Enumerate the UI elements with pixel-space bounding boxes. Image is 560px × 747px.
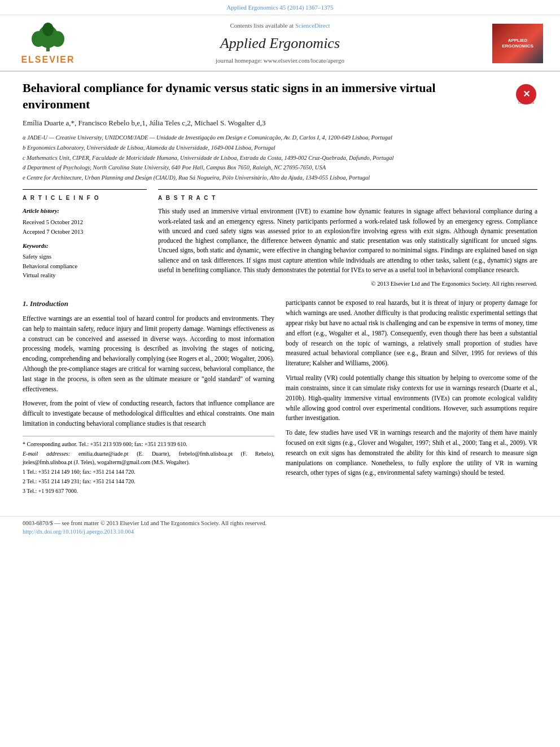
- abstract-heading: A B S T R A C T: [158, 194, 537, 203]
- keyword-2: Behavioral compliance: [23, 262, 147, 270]
- affiliation-d: d Department of Psychology, North Caroli…: [23, 163, 537, 172]
- footnote-corresponding: * Corresponding author. Tel.: +351 213 9…: [23, 440, 274, 448]
- citation-text: Applied Ergonomics 45 (2014) 1367–1375: [226, 4, 333, 11]
- article-title-section: Behavioral compliance for dynamic versus…: [23, 80, 537, 112]
- history-label: Article history:: [23, 207, 147, 215]
- body-para-4: Virtual reality (VR) could potentially c…: [286, 373, 537, 423]
- affiliation-c: c Mathematics Unit, CIPER, Faculdade de …: [23, 154, 537, 163]
- affiliations: a JADE-U — Creative University, UNIDCOM/…: [23, 133, 537, 182]
- svg-text:CrossMark: CrossMark: [518, 101, 535, 104]
- article-info-heading: A R T I C L E I N F O: [23, 194, 147, 203]
- affiliation-a: a JADE-U — Creative University, UNIDCOM/…: [23, 133, 537, 142]
- body-para-2: However, from the point of view of condu…: [23, 399, 274, 429]
- abstract-text: This study used an immersive virtual env…: [158, 207, 537, 275]
- elsevier-logo-area: ELSEVIER: [17, 21, 79, 66]
- body-section: 1. Introduction Effective warnings are a…: [23, 298, 537, 496]
- keywords-label: Keywords:: [23, 242, 147, 250]
- section-number: 1.: [23, 299, 28, 308]
- article-title: Behavioral compliance for dynamic versus…: [23, 80, 515, 112]
- received-date: Received 5 October 2012: [23, 218, 147, 226]
- elsevier-text: ELSEVIER: [21, 53, 75, 66]
- svg-point-3: [51, 31, 64, 47]
- body-col-left: 1. Introduction Effective warnings are a…: [23, 298, 274, 496]
- footnote-2: 2 Tel.: +351 214 149 231; fax: +351 214 …: [23, 477, 274, 486]
- svg-text:✕: ✕: [523, 89, 530, 99]
- email-label: E-mail addresses:: [23, 451, 70, 457]
- body-two-col: 1. Introduction Effective warnings are a…: [23, 298, 537, 496]
- body-para-5: To date, few studies have used VR in war…: [286, 428, 537, 478]
- body-col-right: participants cannot be exposed to real h…: [286, 298, 537, 496]
- keyword-1: Safety signs: [23, 252, 147, 261]
- journal-logo-text: APPLIEDERGONOMICS: [502, 38, 533, 50]
- doi-line: http://dx.doi.org/10.1016/j.apergo.2013.…: [23, 527, 537, 536]
- svg-point-4: [42, 23, 54, 36]
- body-para-3: participants cannot be exposed to real h…: [286, 298, 537, 369]
- crossmark-badge: ✕ CrossMark: [515, 83, 537, 106]
- footnote-1: 1 Tel.: +351 214 149 160; fax: +351 214 …: [23, 468, 274, 476]
- doi-link[interactable]: http://dx.doi.org/10.1016/j.apergo.2013.…: [23, 528, 134, 535]
- authors-text: Emília Duarte a,*, Francisco Rebelo b,e,…: [23, 119, 265, 127]
- footnotes-area: * Corresponding author. Tel.: +351 213 9…: [23, 436, 274, 495]
- section1-heading: 1. Introduction: [23, 298, 274, 309]
- footnote-emails: E-mail addresses: emilia.duarte@iade.pt …: [23, 449, 274, 466]
- affiliation-b: b Ergonomics Laboratory, Universidade de…: [23, 143, 537, 152]
- affiliation-e: e Centre for Architecture, Urban Plannin…: [23, 173, 537, 182]
- issn-line: 0003-6870/$ — see front matter © 2013 El…: [23, 519, 537, 527]
- section-title: Introduction: [30, 299, 68, 308]
- sciencedirect-line: Contents lists available at ScienceDirec…: [79, 21, 481, 30]
- elsevier-logo: ELSEVIER: [17, 21, 79, 66]
- article-info-abstract-section: A R T I C L E I N F O Article history: R…: [23, 189, 537, 288]
- abstract-col: A B S T R A C T This study used an immer…: [158, 189, 537, 288]
- elsevier-tree-icon: [23, 21, 73, 52]
- journal-citation: Applied Ergonomics 45 (2014) 1367–1375: [0, 0, 560, 15]
- journal-logo-area: APPLIEDERGONOMICS: [481, 24, 543, 63]
- journal-logo-box: APPLIEDERGONOMICS: [492, 24, 543, 63]
- article-info-col: A R T I C L E I N F O Article history: R…: [23, 189, 147, 288]
- sciencedirect-link[interactable]: ScienceDirect: [295, 22, 330, 29]
- main-content: Behavioral compliance for dynamic versus…: [0, 72, 560, 508]
- journal-title-area: Contents lists available at ScienceDirec…: [79, 21, 481, 65]
- accepted-date: Accepted 7 October 2013: [23, 228, 147, 236]
- authors-line: Emília Duarte a,*, Francisco Rebelo b,e,…: [23, 118, 537, 129]
- journal-title: Applied Ergonomics: [79, 33, 481, 54]
- body-para-1: Effective warnings are an essential tool…: [23, 314, 274, 395]
- footnote-3: 3 Tel.: +1 919 637 7000.: [23, 487, 274, 495]
- contents-text: Contents lists available at: [230, 22, 294, 29]
- keyword-3: Virtual reality: [23, 271, 147, 279]
- bottom-bar: 0003-6870/$ — see front matter © 2013 El…: [0, 516, 560, 538]
- svg-point-2: [32, 31, 45, 47]
- journal-homepage: journal homepage: www.elsevier.com/locat…: [79, 56, 481, 65]
- journal-header: ELSEVIER Contents lists available at Sci…: [0, 15, 560, 72]
- copyright-line: © 2013 Elsevier Ltd and The Ergonomics S…: [158, 279, 537, 288]
